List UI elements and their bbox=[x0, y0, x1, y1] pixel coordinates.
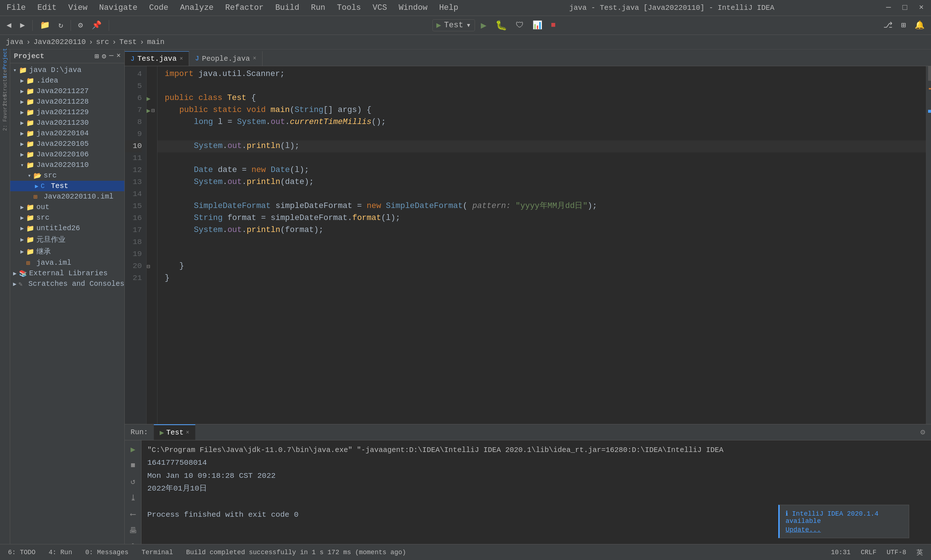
folder-icon: 📁 bbox=[26, 151, 35, 158]
pin-icon[interactable]: 📌 bbox=[89, 19, 105, 32]
tree-item-j20220110[interactable]: ▾ 📁 Java20220110 bbox=[10, 160, 125, 170]
panel-layout-icon[interactable]: ⊞ bbox=[95, 52, 99, 61]
tree-item-j20220104[interactable]: ▶ 📁 java20220104 bbox=[10, 128, 125, 138]
tab-run-close[interactable]: × bbox=[186, 429, 189, 436]
tree-item-yuandan[interactable]: ▶ 📁 元旦作业 bbox=[10, 234, 125, 245]
tree-item-out[interactable]: ▶ 📁 out bbox=[10, 202, 125, 212]
breadcrumb-java[interactable]: java bbox=[6, 38, 23, 46]
tree-item-java-iml[interactable]: ▶ ⊞ java.iml bbox=[10, 257, 125, 268]
menu-file[interactable]: File bbox=[5, 3, 28, 13]
menu-edit[interactable]: Edit bbox=[35, 3, 59, 13]
menu-tools[interactable]: Tools bbox=[335, 3, 363, 13]
tree-item-iml[interactable]: ▶ ⊞ Java20220110.iml bbox=[10, 191, 125, 202]
menu-vcs[interactable]: VCS bbox=[371, 3, 389, 13]
coverage-button[interactable]: 🛡 bbox=[513, 19, 526, 32]
status-run[interactable]: 4: Run bbox=[46, 548, 75, 557]
gutter-15 bbox=[146, 200, 157, 212]
run-print-btn[interactable]: 🖶 bbox=[128, 525, 138, 537]
run-config-selector[interactable]: ▶ Test ▾ bbox=[432, 19, 475, 31]
gutter-7[interactable]: ▶ ⊟ bbox=[146, 105, 157, 116]
menu-code[interactable]: Code bbox=[147, 3, 171, 13]
tree-item-j20211230[interactable]: ▶ 📁 Java20211230 bbox=[10, 117, 125, 128]
notification-update-link[interactable]: Update... bbox=[786, 526, 903, 534]
tree-item-jicheng[interactable]: ▶ 📁 继承 bbox=[10, 245, 125, 257]
minimize-button[interactable]: ─ bbox=[883, 3, 894, 13]
breadcrumb-method[interactable]: main bbox=[147, 38, 165, 46]
status-line-col[interactable]: 10:31 bbox=[829, 548, 853, 557]
tree-item-scratches[interactable]: ▶ ✎ Scratches and Consoles bbox=[10, 278, 125, 289]
code-editor[interactable]: 4 5 6 7 8 9 10 11 12 13 14 15 16 17 18 1… bbox=[125, 66, 926, 424]
tree-item-ext-lib[interactable]: ▶ 📚 External Libraries bbox=[10, 268, 125, 278]
panel-options-icon[interactable]: ⚙ bbox=[102, 52, 106, 61]
tree-item-j20220106[interactable]: ▶ 📁 Java20220106 bbox=[10, 149, 125, 160]
forward-button[interactable]: ▶ bbox=[17, 19, 28, 32]
run-soft-wrap-btn[interactable]: ⟵ bbox=[129, 508, 137, 521]
tree-item-j20211228[interactable]: ▶ 📁 Java20211228 bbox=[10, 96, 125, 107]
tree-item-src[interactable]: ▾ 📂 src bbox=[10, 170, 125, 181]
back-button[interactable]: ◀ bbox=[4, 19, 14, 32]
menu-help[interactable]: Help bbox=[437, 3, 460, 13]
gutter-6[interactable]: ▶ bbox=[146, 92, 157, 105]
run-stop-btn[interactable]: ■ bbox=[129, 460, 137, 472]
git-button[interactable]: ⎇ bbox=[880, 19, 896, 32]
code-content[interactable]: import java.util.Scanner; public class T… bbox=[157, 66, 926, 424]
scroll-thumb[interactable] bbox=[928, 66, 931, 81]
tab-test-java[interactable]: J Test.java × bbox=[125, 51, 189, 66]
stop-button[interactable]: ■ bbox=[548, 19, 559, 31]
tree-label: Java20211227 bbox=[36, 87, 89, 95]
menu-run[interactable]: Run bbox=[309, 3, 328, 13]
status-line-endings[interactable]: CRLF bbox=[859, 548, 879, 557]
menu-analyze[interactable]: Analyze bbox=[178, 3, 215, 13]
breadcrumb-class[interactable]: Test bbox=[119, 38, 137, 46]
tree-item-idea[interactable]: ▶ 📁 .idea bbox=[10, 75, 125, 86]
run-settings-icon[interactable]: ⚙ bbox=[915, 427, 931, 437]
run-rerun-btn[interactable]: ↺ bbox=[129, 475, 137, 488]
run-close-btn[interactable]: 🗑 bbox=[128, 541, 138, 544]
status-messages[interactable]: 0: Messages bbox=[83, 548, 131, 557]
tree-item-untitled26[interactable]: ▶ 📁 untitled26 bbox=[10, 223, 125, 234]
tab-close-button2[interactable]: × bbox=[253, 55, 256, 62]
debug-button[interactable]: 🐛 bbox=[492, 18, 510, 33]
tree-item-j20211227[interactable]: ▶ 📁 Java20211227 bbox=[10, 86, 125, 96]
tab-people-java[interactable]: J People.java × bbox=[189, 51, 262, 66]
tree-item-j20211229[interactable]: ▶ 📁 java20211229 bbox=[10, 107, 125, 117]
favorites-panel-toggle[interactable]: 2: Favorites bbox=[0, 102, 10, 124]
menu-build[interactable]: Build bbox=[273, 3, 302, 13]
fold-icon-7[interactable]: ⊟ bbox=[151, 107, 155, 114]
gutter-20[interactable]: ⊟ bbox=[146, 260, 157, 272]
panel-minus-icon[interactable]: ─ bbox=[109, 52, 114, 61]
tab-close-button[interactable]: × bbox=[180, 55, 183, 62]
sync-icon[interactable]: ↻ bbox=[55, 19, 66, 32]
run-button[interactable]: ▶ bbox=[478, 18, 489, 33]
breadcrumb-project[interactable]: Java20220110 bbox=[34, 38, 86, 46]
status-todo[interactable]: 6: TODO bbox=[6, 548, 38, 557]
status-lang[interactable]: 英 bbox=[914, 547, 925, 557]
scroll-indicator[interactable] bbox=[926, 66, 931, 424]
terminal-button[interactable]: ⊞ bbox=[898, 19, 909, 32]
maximize-button[interactable]: □ bbox=[900, 3, 910, 13]
breadcrumb-src[interactable]: src bbox=[96, 38, 109, 46]
run-play-btn[interactable]: ▶ bbox=[129, 443, 137, 456]
run-icon-7[interactable]: ▶ bbox=[146, 106, 151, 115]
menu-view[interactable]: View bbox=[66, 3, 90, 13]
menu-navigate[interactable]: Navigate bbox=[97, 3, 140, 13]
run-scroll-end-btn[interactable]: ⤓ bbox=[128, 492, 138, 505]
menu-refactor[interactable]: Refactor bbox=[223, 3, 266, 13]
status-terminal[interactable]: Terminal bbox=[139, 548, 175, 557]
tree-item-java[interactable]: ▾ 📁 java D:\java bbox=[10, 65, 125, 75]
run-icon-6[interactable]: ▶ bbox=[146, 95, 151, 103]
fold-icon-20[interactable]: ⊟ bbox=[146, 263, 150, 270]
tree-item-src2[interactable]: ▶ 📁 src bbox=[10, 212, 125, 223]
settings-icon[interactable]: ⚙ bbox=[75, 19, 86, 32]
run-config-dropdown[interactable]: ▾ bbox=[466, 20, 471, 30]
status-encoding[interactable]: UTF-8 bbox=[885, 548, 908, 557]
close-button[interactable]: × bbox=[916, 3, 926, 13]
menu-window[interactable]: Window bbox=[396, 3, 429, 13]
notifications-button[interactable]: 🔔 bbox=[912, 19, 927, 32]
profile-button[interactable]: 📊 bbox=[529, 19, 545, 32]
tree-item-j20220105[interactable]: ▶ 📁 Java20220105 bbox=[10, 138, 125, 149]
tree-item-test[interactable]: ▶ C Test bbox=[10, 181, 125, 191]
panel-close-icon[interactable]: × bbox=[116, 52, 121, 61]
project-icon[interactable]: 📁 bbox=[37, 19, 53, 32]
bottom-tab-test[interactable]: ▶ Test × bbox=[154, 425, 195, 440]
